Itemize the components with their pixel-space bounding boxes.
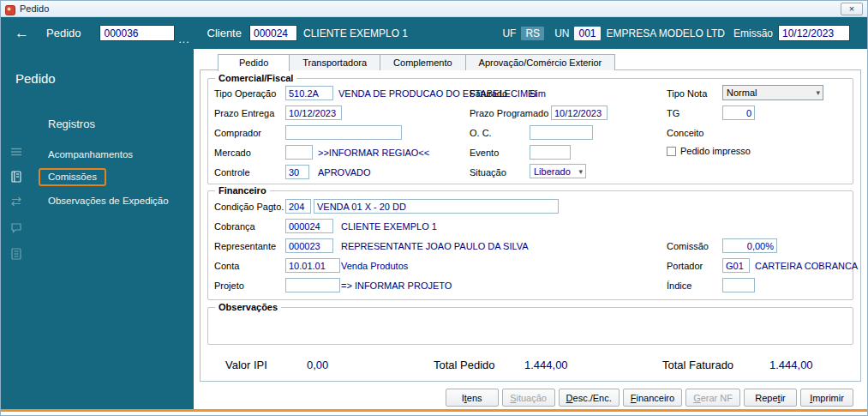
pedido-window: Pedido × ← Pedido ... Cliente CLIENTE EX… bbox=[0, 0, 868, 416]
chat-bubble-icon[interactable] bbox=[9, 221, 23, 238]
sidebar-item-acompanhamentos[interactable]: Acompanhamentos bbox=[48, 149, 133, 160]
pedido-impresso-checkbox[interactable]: Pedido impresso bbox=[667, 146, 751, 156]
ledger-book-icon[interactable] bbox=[9, 170, 23, 187]
mercado-input[interactable] bbox=[285, 145, 313, 160]
prazo-programado-label: Prazo Programado bbox=[470, 108, 548, 118]
comprador-input[interactable] bbox=[285, 125, 402, 140]
indice-label: Índice bbox=[667, 280, 691, 291]
itens-button[interactable]: Itens bbox=[446, 389, 499, 407]
portador-desc: CARTEIRA COBRANCA bbox=[755, 261, 858, 271]
tipo-operacao-label: Tipo Operação bbox=[214, 88, 276, 99]
projeto-input[interactable] bbox=[285, 278, 340, 292]
cobranca-desc: CLIENTE EXEMPLO 1 bbox=[341, 221, 437, 232]
close-button[interactable]: × bbox=[841, 3, 863, 15]
chevron-down-icon: ▾ bbox=[816, 88, 820, 97]
un-value-chip: 001 bbox=[574, 27, 600, 40]
faturado-label: Faturado bbox=[470, 88, 507, 99]
form-list-icon[interactable] bbox=[9, 247, 23, 264]
representante-desc: REPRESENTANTE JOAO PAULO DA SILVA bbox=[341, 241, 529, 251]
conceito-label: Conceito bbox=[667, 128, 703, 138]
main-area: Pedido Transportadora Complemento Aprova… bbox=[194, 49, 867, 409]
prazo-entrega-label: Prazo Entrega bbox=[214, 108, 274, 118]
situacao-select[interactable]: Liberado ▾ bbox=[530, 164, 586, 178]
total-faturado-label: Total Faturado bbox=[662, 359, 733, 371]
group-observacoes: Observações bbox=[207, 307, 853, 345]
valor-ipi-label: Valor IPI bbox=[225, 359, 267, 371]
total-pedido-value: 1.444,00 bbox=[524, 359, 568, 371]
comprador-label: Comprador bbox=[214, 128, 261, 138]
tab-transportadora[interactable]: Transportadora bbox=[289, 54, 380, 70]
cobranca-label: Cobrança bbox=[214, 221, 255, 232]
condicao-pagto-desc-input[interactable] bbox=[314, 199, 559, 214]
evento-input[interactable] bbox=[530, 145, 571, 160]
un-company-name: EMPRESA MODELO LTD bbox=[607, 27, 725, 39]
group-comercial-title: Comercial/Fiscal bbox=[215, 73, 296, 83]
total-pedido-label: Total Pedido bbox=[434, 359, 495, 371]
comissao-label: Comissão bbox=[667, 241, 709, 251]
gerar-nf-button[interactable]: Gerar NF bbox=[685, 389, 740, 407]
back-arrow-icon[interactable]: ← bbox=[15, 25, 29, 42]
portador-code-input[interactable] bbox=[722, 258, 750, 273]
menu-icon[interactable] bbox=[9, 145, 23, 162]
pedido-impresso-label: Pedido impresso bbox=[680, 146, 751, 156]
sidebar-item-comissoes[interactable]: Comissões bbox=[39, 168, 106, 186]
tipo-operacao-input[interactable] bbox=[285, 86, 333, 100]
uf-value-chip: RS bbox=[521, 27, 544, 40]
controle-input[interactable] bbox=[285, 165, 309, 179]
prazo-entrega-input[interactable] bbox=[285, 106, 342, 120]
indice-input[interactable] bbox=[722, 278, 755, 292]
condicao-pagto-code-input[interactable] bbox=[285, 199, 311, 214]
group-observacoes-title: Observações bbox=[215, 302, 281, 312]
app-icon bbox=[5, 3, 15, 14]
pedido-lookup-ellipsis[interactable]: ... bbox=[178, 33, 189, 49]
imprimir-button[interactable]: Imprimir bbox=[800, 389, 853, 407]
checkbox-box bbox=[667, 147, 676, 156]
tg-input[interactable] bbox=[722, 106, 755, 120]
comissao-input[interactable] bbox=[722, 238, 777, 253]
tab-pedido[interactable]: Pedido bbox=[218, 54, 290, 71]
conta-desc: Venda Produtos bbox=[341, 261, 408, 271]
bottom-accent-bar bbox=[1, 409, 867, 412]
portador-label: Portador bbox=[667, 261, 703, 271]
group-financeiro: Financeiro Condição Pagto. Cobrança CLIE… bbox=[207, 190, 853, 300]
window-title: Pedido bbox=[20, 3, 841, 14]
uf-label: UF bbox=[502, 27, 516, 39]
controle-label: Controle bbox=[214, 167, 250, 178]
total-faturado-value: 1.444,00 bbox=[769, 359, 813, 371]
tg-label: TG bbox=[667, 108, 679, 118]
sidebar: Pedido Registros Acompanhamentos Comissõ… bbox=[1, 49, 194, 409]
tab-strip: Pedido Transportadora Complemento Aprova… bbox=[218, 54, 615, 70]
titlebar: Pedido × bbox=[1, 1, 867, 17]
pedido-number-input[interactable] bbox=[99, 25, 175, 41]
evento-label: Evento bbox=[470, 148, 499, 158]
situacao-value: Liberado bbox=[534, 166, 571, 177]
conta-code-input[interactable] bbox=[285, 258, 340, 273]
cliente-code-input[interactable] bbox=[249, 25, 297, 41]
cliente-label: Cliente bbox=[207, 27, 242, 39]
group-comercial-fiscal: Comercial/Fiscal Tipo Operação VENDA DE … bbox=[207, 78, 853, 184]
cliente-name: CLIENTE EXEMPLO 1 bbox=[303, 27, 408, 39]
tipo-nota-select[interactable]: Normal ▾ bbox=[722, 85, 823, 100]
desc-enc-button[interactable]: Desc./Enc. bbox=[559, 389, 620, 407]
tipo-nota-value: Normal bbox=[727, 87, 757, 98]
un-label: UN bbox=[554, 27, 569, 39]
mercado-label: Mercado bbox=[214, 148, 251, 158]
header-bar: ← Pedido ... Cliente CLIENTE EXEMPLO 1 U… bbox=[1, 17, 867, 49]
financeiro-button[interactable]: Financeiro bbox=[623, 389, 682, 407]
faturado-value: Sim bbox=[530, 88, 546, 99]
prazo-programado-input[interactable] bbox=[551, 106, 608, 120]
representante-code-input[interactable] bbox=[285, 238, 333, 253]
tab-aprovacao-comercio-exterior[interactable]: Aprovação/Comércio Exterior bbox=[465, 54, 616, 70]
oc-input[interactable] bbox=[530, 125, 593, 140]
emissao-date-input[interactable] bbox=[778, 25, 850, 41]
valor-ipi-value: 0,00 bbox=[307, 359, 328, 371]
conta-label: Conta bbox=[214, 261, 239, 271]
tab-complemento[interactable]: Complemento bbox=[380, 54, 465, 70]
sidebar-section-registros: Registros bbox=[48, 118, 95, 130]
action-button-row: Itens Situação Desc./Enc. Financeiro Ger… bbox=[446, 389, 853, 407]
situacao-button[interactable]: Situação bbox=[502, 389, 555, 407]
repetir-button[interactable]: Repetir bbox=[744, 389, 797, 407]
cobranca-code-input[interactable] bbox=[285, 219, 333, 233]
sidebar-item-observacoes-expedicao[interactable]: Observações de Expedição bbox=[48, 196, 169, 206]
swap-arrows-icon[interactable] bbox=[9, 195, 23, 212]
